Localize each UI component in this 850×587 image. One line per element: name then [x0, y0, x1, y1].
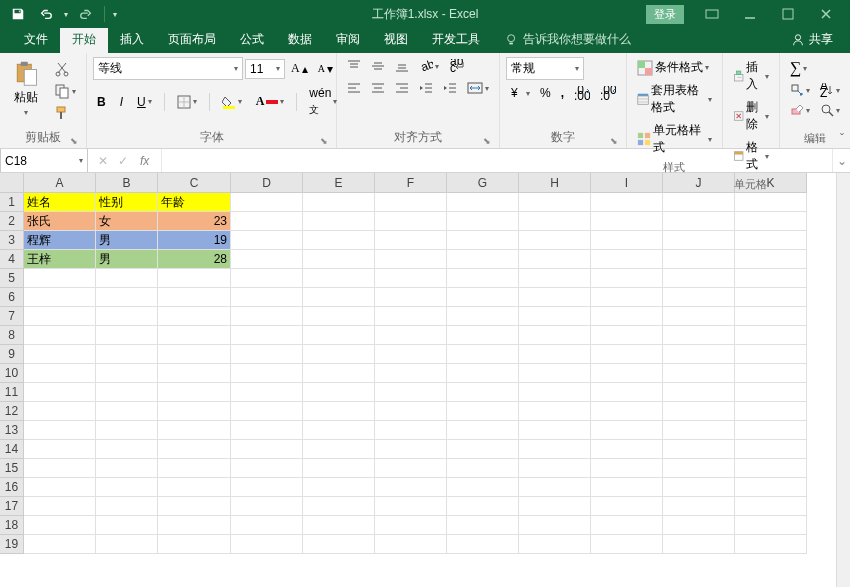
- cell[interactable]: [591, 364, 663, 383]
- align-top-button[interactable]: [343, 57, 365, 75]
- cell[interactable]: [24, 421, 96, 440]
- cell[interactable]: [735, 307, 807, 326]
- cell[interactable]: [447, 193, 519, 212]
- cell[interactable]: [519, 383, 591, 402]
- cell[interactable]: [303, 535, 375, 554]
- row-header[interactable]: 13: [0, 421, 24, 440]
- cell[interactable]: [519, 212, 591, 231]
- cell[interactable]: [663, 478, 735, 497]
- comma-button[interactable]: ,: [557, 84, 568, 102]
- cell[interactable]: [96, 516, 158, 535]
- cell[interactable]: [24, 345, 96, 364]
- cell[interactable]: [24, 364, 96, 383]
- cell[interactable]: [375, 326, 447, 345]
- cell[interactable]: [158, 497, 231, 516]
- cell[interactable]: [231, 288, 303, 307]
- row-header[interactable]: 3: [0, 231, 24, 250]
- cell[interactable]: [519, 326, 591, 345]
- cell[interactable]: [375, 231, 447, 250]
- cell[interactable]: [735, 459, 807, 478]
- cell[interactable]: [158, 288, 231, 307]
- cut-button[interactable]: [50, 59, 80, 79]
- cell[interactable]: [96, 459, 158, 478]
- cell[interactable]: [735, 535, 807, 554]
- cell[interactable]: [375, 250, 447, 269]
- cell[interactable]: [158, 535, 231, 554]
- cell[interactable]: [519, 288, 591, 307]
- cell[interactable]: [303, 421, 375, 440]
- cell[interactable]: [591, 345, 663, 364]
- cells-area[interactable]: 姓名性别年龄张氏女23程辉男19王梓男28: [24, 193, 807, 587]
- cell[interactable]: [96, 269, 158, 288]
- column-header[interactable]: A: [24, 173, 96, 193]
- cell[interactable]: [231, 383, 303, 402]
- cell[interactable]: [591, 535, 663, 554]
- cell[interactable]: [663, 497, 735, 516]
- cell[interactable]: [375, 364, 447, 383]
- cell[interactable]: 23: [158, 212, 231, 231]
- row-header[interactable]: 7: [0, 307, 24, 326]
- sort-filter-button[interactable]: AZ▾: [816, 81, 844, 99]
- cell[interactable]: [231, 440, 303, 459]
- cell[interactable]: [158, 383, 231, 402]
- cell[interactable]: [158, 459, 231, 478]
- fill-color-button[interactable]: ▾: [218, 93, 246, 111]
- cell[interactable]: [24, 440, 96, 459]
- row-header[interactable]: 2: [0, 212, 24, 231]
- cell[interactable]: [591, 459, 663, 478]
- cell[interactable]: [663, 516, 735, 535]
- cell[interactable]: [519, 516, 591, 535]
- cell[interactable]: [303, 440, 375, 459]
- cell[interactable]: [231, 307, 303, 326]
- cell[interactable]: [303, 250, 375, 269]
- cell[interactable]: [231, 459, 303, 478]
- cell[interactable]: [663, 212, 735, 231]
- cell[interactable]: [735, 364, 807, 383]
- cell[interactable]: [591, 307, 663, 326]
- underline-button[interactable]: U▾: [133, 93, 156, 111]
- cell[interactable]: [519, 231, 591, 250]
- phonetic-button[interactable]: wén文▾: [305, 84, 341, 119]
- cell[interactable]: [303, 231, 375, 250]
- cell[interactable]: [591, 497, 663, 516]
- tab-file[interactable]: 文件: [12, 26, 60, 53]
- cell[interactable]: [591, 250, 663, 269]
- cell[interactable]: [519, 269, 591, 288]
- cell[interactable]: [24, 478, 96, 497]
- autosum-button[interactable]: ∑▾: [786, 57, 811, 79]
- cell[interactable]: [591, 288, 663, 307]
- cell[interactable]: [303, 193, 375, 212]
- cell[interactable]: [735, 478, 807, 497]
- save-button[interactable]: [8, 4, 28, 24]
- cell[interactable]: [231, 478, 303, 497]
- cell[interactable]: [591, 440, 663, 459]
- cell[interactable]: [375, 497, 447, 516]
- cell[interactable]: [735, 231, 807, 250]
- cell[interactable]: [663, 307, 735, 326]
- row-header[interactable]: 1: [0, 193, 24, 212]
- cell[interactable]: [158, 478, 231, 497]
- table-format-button[interactable]: 套用表格格式▾: [633, 80, 716, 118]
- cell[interactable]: [303, 288, 375, 307]
- cell[interactable]: [158, 421, 231, 440]
- cell[interactable]: [96, 440, 158, 459]
- cell[interactable]: [375, 345, 447, 364]
- cell[interactable]: [735, 440, 807, 459]
- column-header[interactable]: F: [375, 173, 447, 193]
- vertical-scrollbar[interactable]: [836, 173, 850, 587]
- cell[interactable]: [24, 402, 96, 421]
- cell[interactable]: [24, 516, 96, 535]
- dialog-launcher-icon[interactable]: ⬊: [610, 136, 618, 146]
- cell[interactable]: 19: [158, 231, 231, 250]
- cell[interactable]: [663, 269, 735, 288]
- number-format-combo[interactable]: 常规▾: [506, 57, 584, 80]
- cell[interactable]: [735, 288, 807, 307]
- cell[interactable]: [24, 326, 96, 345]
- cell[interactable]: [663, 459, 735, 478]
- cell[interactable]: [24, 535, 96, 554]
- cell[interactable]: [375, 212, 447, 231]
- cell[interactable]: [158, 516, 231, 535]
- cell[interactable]: 张氏: [24, 212, 96, 231]
- cell[interactable]: [447, 478, 519, 497]
- cell[interactable]: [231, 535, 303, 554]
